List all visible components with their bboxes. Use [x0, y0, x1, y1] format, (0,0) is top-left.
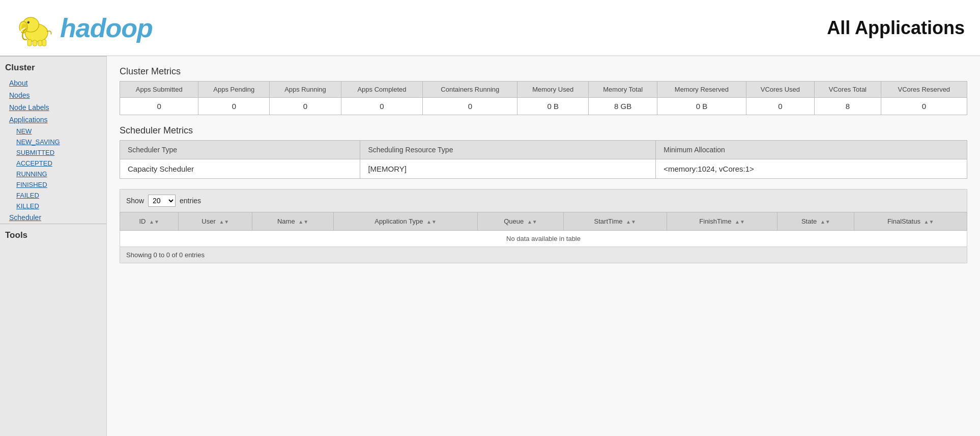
sidebar-item-accepted[interactable]: ACCEPTED	[0, 158, 106, 169]
cluster-section-header: Cluster	[0, 56, 106, 77]
val-scheduling-resource-type: [MEMORY]	[360, 159, 656, 179]
sidebar-item-finished[interactable]: FINISHED	[0, 179, 106, 190]
scheduler-metrics-title: Scheduler Metrics	[120, 125, 967, 136]
applications-table: ID ▲▼ User ▲▼ Name ▲▼ Application Type ▲…	[120, 212, 967, 247]
scheduler-data-row: Capacity Scheduler [MEMORY] <memory:1024…	[120, 159, 967, 179]
sidebar-item-failed[interactable]: FAILED	[0, 190, 106, 201]
sidebar-item-node-labels[interactable]: Node Labels	[0, 101, 106, 114]
val-vcores-total: 8	[815, 98, 881, 115]
val-apps-running: 0	[270, 98, 341, 115]
val-apps-submitted: 0	[120, 98, 198, 115]
id-sort-icon: ▲▼	[149, 219, 159, 225]
svg-point-4	[27, 21, 30, 23]
val-vcores-used: 0	[746, 98, 815, 115]
sidebar: Cluster About Nodes Node Labels Applicat…	[0, 56, 107, 436]
col-finishtime[interactable]: FinishTime ▲▼	[667, 212, 777, 231]
val-containers-running: 0	[423, 98, 517, 115]
val-apps-completed: 0	[341, 98, 422, 115]
show-label: Show	[126, 197, 144, 205]
col-vcores-reserved: VCores Reserved	[881, 81, 967, 98]
svg-rect-6	[27, 39, 32, 46]
col-finalstatus[interactable]: FinalStatus ▲▼	[854, 212, 967, 231]
sidebar-item-nodes[interactable]: Nodes	[0, 89, 106, 101]
val-memory-total: 8 GB	[588, 98, 657, 115]
col-starttime[interactable]: StartTime ▲▼	[563, 212, 667, 231]
show-entries-bar: Show 10 20 50 100 entries	[120, 189, 967, 212]
page-title: All Applications	[827, 17, 965, 39]
entries-label: entries	[180, 197, 201, 205]
val-apps-pending: 0	[198, 98, 270, 115]
col-apps-completed: Apps Completed	[341, 81, 422, 98]
svg-rect-8	[38, 40, 42, 46]
finalstatus-sort-icon: ▲▼	[924, 219, 934, 225]
cluster-metrics-data-row: 0 0 0 0 0 0 B 8 GB 0 B 0 8 0	[120, 98, 967, 115]
tools-section-header: Tools	[0, 224, 106, 244]
apps-header-row: ID ▲▼ User ▲▼ Name ▲▼ Application Type ▲…	[120, 212, 967, 231]
user-sort-icon: ▲▼	[219, 219, 229, 225]
col-state[interactable]: State ▲▼	[777, 212, 854, 231]
logo-area: hadoop	[15, 8, 153, 48]
main-content: Cluster Metrics Apps Submitted Apps Pend…	[107, 56, 980, 436]
col-user[interactable]: User ▲▼	[179, 212, 252, 231]
no-data-row: No data available in table	[120, 231, 967, 247]
finishtime-sort-icon: ▲▼	[735, 219, 745, 225]
col-apps-running: Apps Running	[270, 81, 341, 98]
logo-text: hadoop	[60, 13, 153, 43]
hadoop-elephant-logo	[15, 8, 56, 48]
col-memory-used: Memory Used	[517, 81, 589, 98]
col-vcores-total: VCores Total	[815, 81, 881, 98]
cluster-metrics-table: Apps Submitted Apps Pending Apps Running…	[120, 81, 967, 115]
col-memory-reserved: Memory Reserved	[657, 81, 746, 98]
sidebar-item-scheduler[interactable]: Scheduler	[0, 211, 106, 224]
state-sort-icon: ▲▼	[820, 219, 830, 225]
col-id[interactable]: ID ▲▼	[120, 212, 179, 231]
sidebar-item-about[interactable]: About	[0, 77, 106, 89]
col-application-type[interactable]: Application Type ▲▼	[333, 212, 477, 231]
cluster-metrics-header-row: Apps Submitted Apps Pending Apps Running…	[120, 81, 967, 98]
col-vcores-used: VCores Used	[746, 81, 815, 98]
val-memory-used: 0 B	[517, 98, 589, 115]
sidebar-item-new[interactable]: NEW	[0, 126, 106, 137]
col-containers-running: Containers Running	[423, 81, 517, 98]
val-vcores-reserved: 0	[881, 98, 967, 115]
val-memory-reserved: 0 B	[657, 98, 746, 115]
col-apps-pending: Apps Pending	[198, 81, 270, 98]
col-queue[interactable]: Queue ▲▼	[478, 212, 564, 231]
col-apps-submitted: Apps Submitted	[120, 81, 198, 98]
showing-text: Showing 0 to 0 of 0 entries	[120, 247, 967, 263]
sidebar-item-new-saving[interactable]: NEW_SAVING	[0, 137, 106, 147]
svg-rect-7	[33, 40, 37, 46]
sidebar-item-applications[interactable]: Applications	[0, 114, 106, 126]
header: hadoop All Applications	[0, 0, 980, 56]
col-scheduling-resource-type: Scheduling Resource Type	[360, 141, 656, 159]
sidebar-item-running[interactable]: RUNNING	[0, 169, 106, 179]
svg-rect-9	[42, 39, 46, 46]
sidebar-item-killed[interactable]: KILLED	[0, 201, 106, 211]
apptype-sort-icon: ▲▼	[426, 219, 437, 225]
val-scheduler-type: Capacity Scheduler	[120, 159, 360, 179]
no-data-message: No data available in table	[120, 231, 967, 247]
layout: Cluster About Nodes Node Labels Applicat…	[0, 56, 980, 436]
entries-select[interactable]: 10 20 50 100	[148, 195, 176, 207]
col-memory-total: Memory Total	[588, 81, 657, 98]
scheduler-metrics-table: Scheduler Type Scheduling Resource Type …	[120, 140, 967, 179]
sidebar-item-submitted[interactable]: SUBMITTED	[0, 147, 106, 158]
col-name[interactable]: Name ▲▼	[252, 212, 334, 231]
val-minimum-allocation: <memory:1024, vCores:1>	[656, 159, 967, 179]
svg-point-5	[27, 21, 28, 22]
name-sort-icon: ▲▼	[298, 219, 308, 225]
cluster-metrics-title: Cluster Metrics	[120, 66, 967, 77]
scheduler-header-row: Scheduler Type Scheduling Resource Type …	[120, 141, 967, 159]
col-minimum-allocation: Minimum Allocation	[656, 141, 967, 159]
starttime-sort-icon: ▲▼	[626, 219, 636, 225]
col-scheduler-type: Scheduler Type	[120, 141, 360, 159]
queue-sort-icon: ▲▼	[527, 219, 537, 225]
